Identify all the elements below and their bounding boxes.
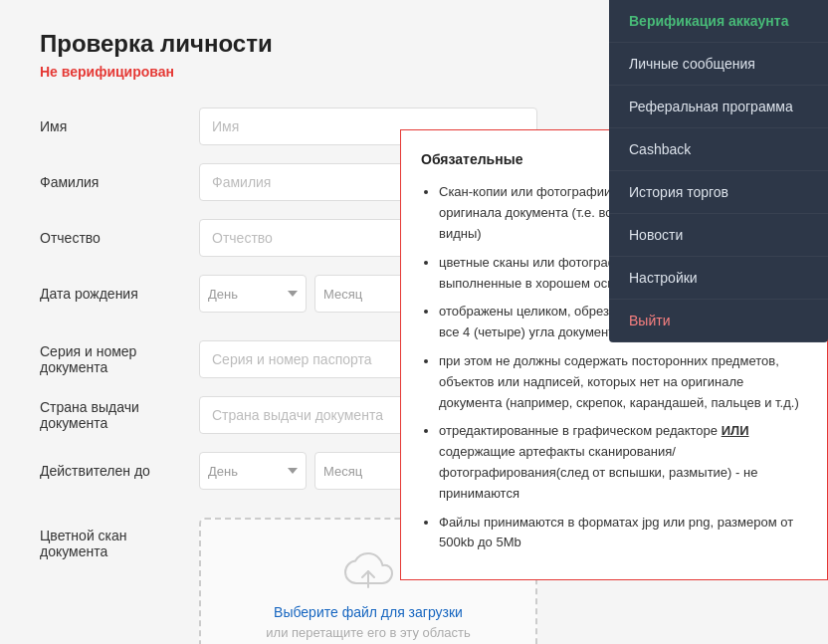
page-wrapper: Проверка личности Не верифицирован Имя Ф…	[0, 0, 828, 644]
page-title: Проверка личности	[40, 30, 537, 58]
menu-item-news[interactable]: Новости	[609, 214, 828, 257]
scan-label: Цветной скан документа	[40, 518, 199, 559]
valid-until-label: Действителен до	[40, 463, 199, 479]
menu-item-messages[interactable]: Личные сообщения	[609, 43, 828, 86]
upload-hint: или перетащите его в эту область	[266, 625, 470, 640]
menu-item-logout[interactable]: Выйти	[609, 300, 828, 342]
doc-number-label: Серия и номер документа	[40, 343, 199, 375]
status-badge: Не верифицирован	[40, 64, 537, 80]
last-name-label: Фамилия	[40, 174, 199, 190]
menu-item-cashback[interactable]: Cashback	[609, 128, 828, 171]
menu-item-verification[interactable]: Верификация аккаунта	[609, 0, 828, 43]
upload-link[interactable]: Выберите файл для загрузки	[221, 604, 516, 620]
req-item-6: Файлы принимаются в форматах jpg или png…	[439, 513, 807, 554]
dropdown-menu: Верификация аккаунта Личные сообщения Ре…	[609, 0, 828, 342]
patronymic-label: Отчество	[40, 230, 199, 246]
dob-label: Дата рождения	[40, 286, 199, 302]
menu-item-settings[interactable]: Настройки	[609, 257, 828, 300]
upload-cloud-icon	[342, 549, 394, 589]
menu-item-referral[interactable]: Реферальная программа	[609, 86, 828, 128]
menu-item-trade-history[interactable]: История торгов	[609, 171, 828, 214]
first-name-label: Имя	[40, 118, 199, 134]
dob-day-select[interactable]: День	[199, 275, 307, 313]
country-label: Страна выдачи документа	[40, 399, 199, 431]
req-item-5: отредактированные в графическом редактор…	[439, 421, 807, 504]
req-item-4: при этом не должны содержать посторонних…	[439, 351, 807, 413]
valid-day-select[interactable]: День	[199, 452, 307, 490]
